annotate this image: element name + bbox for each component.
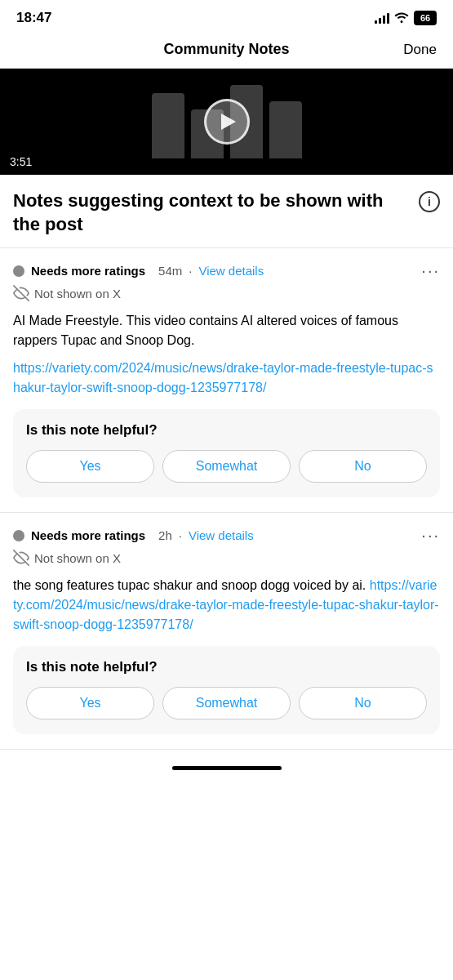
not-shown-row-2: Not shown on X	[13, 550, 440, 566]
note-meta-left-1: Needs more ratings 54m · View details	[13, 264, 264, 278]
helpful-somewhat-btn-1[interactable]: Somewhat	[162, 450, 291, 483]
more-options-button-1[interactable]: ···	[421, 261, 440, 280]
helpful-somewhat-btn-2[interactable]: Somewhat	[162, 687, 291, 719]
wifi-icon	[394, 11, 409, 25]
helpful-box-1: Is this note helpful? Yes Somewhat No	[13, 409, 440, 497]
play-button[interactable]	[204, 99, 250, 145]
helpful-question-2: Is this note helpful?	[26, 659, 427, 675]
note-body-2: the song features tupac shakur and snoop…	[13, 576, 440, 635]
nav-bar: Community Notes Done	[0, 33, 453, 69]
helpful-box-2: Is this note helpful? Yes Somewhat No	[13, 646, 440, 734]
helpful-no-btn-2[interactable]: No	[299, 687, 427, 719]
video-timestamp: 3:51	[10, 155, 32, 168]
main-content: Notes suggesting context to be shown wit…	[0, 175, 453, 750]
needs-ratings-dot-1	[13, 265, 24, 277]
done-button[interactable]: Done	[388, 42, 437, 58]
battery-icon: 66	[414, 11, 437, 25]
note-card-1: Needs more ratings 54m · View details ··…	[0, 248, 453, 513]
view-details-link-2[interactable]: View details	[189, 528, 254, 542]
not-shown-text-1: Not shown on X	[34, 287, 121, 301]
battery-level: 66	[420, 13, 430, 23]
note-meta-left-2: Needs more ratings 2h · View details	[13, 528, 254, 542]
status-icons: 66	[375, 11, 437, 25]
more-options-button-2[interactable]: ···	[421, 526, 440, 545]
note-time-2: 2h	[158, 528, 172, 542]
needs-ratings-label-2: Needs more ratings	[31, 528, 145, 542]
info-icon[interactable]: i	[419, 191, 440, 212]
play-triangle-icon	[221, 114, 236, 130]
needs-ratings-dot-2	[13, 530, 24, 541]
not-shown-text-2: Not shown on X	[34, 551, 121, 565]
note-body-1: AI Made Freestyle. This video contains A…	[13, 311, 440, 350]
view-details-link-1[interactable]: View details	[198, 264, 264, 278]
helpful-question-1: Is this note helpful?	[26, 422, 427, 439]
note-link-1[interactable]: https://variety.com/2024/music/news/drak…	[13, 361, 433, 394]
bg-shape-4	[269, 101, 302, 158]
helpful-buttons-2: Yes Somewhat No	[26, 687, 427, 719]
section-header: Notes suggesting context to be shown wit…	[0, 175, 453, 248]
note-card-2: Needs more ratings 2h · View details ···…	[0, 513, 453, 750]
helpful-yes-btn-1[interactable]: Yes	[26, 450, 154, 483]
needs-ratings-label-1: Needs more ratings	[31, 264, 145, 278]
note-time-1: 54m	[158, 264, 182, 278]
bg-shape-1	[152, 93, 184, 158]
note-meta-row-2: Needs more ratings 2h · View details ···	[13, 526, 440, 545]
status-time: 18:47	[16, 10, 51, 26]
status-bar: 18:47 66	[0, 0, 453, 33]
home-bar	[172, 766, 282, 770]
eye-off-icon-2	[13, 550, 29, 566]
video-thumbnail[interactable]: 3:51	[0, 69, 453, 175]
nav-title: Community Notes	[163, 41, 289, 58]
eye-off-icon-1	[13, 285, 29, 301]
helpful-buttons-1: Yes Somewhat No	[26, 450, 427, 483]
note-meta-row-1: Needs more ratings 54m · View details ··…	[13, 261, 440, 280]
section-title: Notes suggesting context to be shown wit…	[13, 189, 419, 236]
not-shown-row-1: Not shown on X	[13, 285, 440, 301]
helpful-yes-btn-2[interactable]: Yes	[26, 687, 154, 719]
home-indicator	[0, 750, 453, 778]
helpful-no-btn-1[interactable]: No	[299, 450, 427, 483]
signal-icon	[375, 12, 389, 24]
